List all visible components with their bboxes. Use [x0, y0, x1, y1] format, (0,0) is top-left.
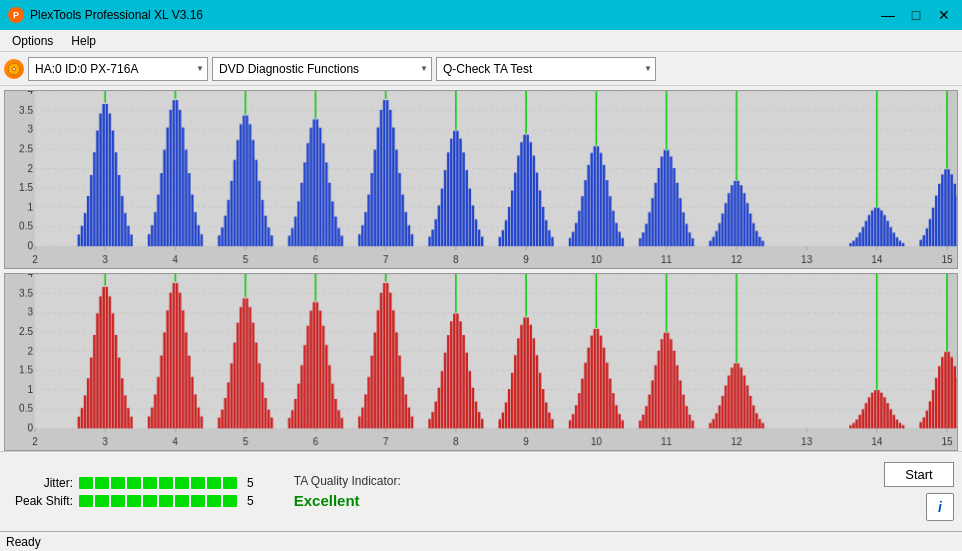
peakshift-value: 5 [247, 494, 254, 508]
maximize-button[interactable]: □ [906, 5, 926, 25]
top-chart [4, 90, 958, 269]
peak-seg-10 [223, 495, 237, 507]
peak-seg-1 [79, 495, 93, 507]
bottom-bar: Jitter: 5 Peak Shift: [0, 451, 962, 531]
jitter-seg-5 [143, 477, 157, 489]
jitter-seg-4 [127, 477, 141, 489]
status-bar: Ready [0, 531, 962, 551]
jitter-seg-9 [207, 477, 221, 489]
top-chart-canvas [5, 91, 957, 268]
title-bar: P PlexTools Professional XL V3.16 — □ ✕ [0, 0, 962, 30]
title-bar-controls: — □ ✕ [878, 5, 954, 25]
function-select-wrapper[interactable]: DVD Diagnostic Functions [212, 57, 432, 81]
peak-seg-4 [127, 495, 141, 507]
jitter-seg-10 [223, 477, 237, 489]
menu-bar: Options Help [0, 30, 962, 52]
bottom-chart-canvas [5, 274, 957, 451]
jitter-seg-2 [95, 477, 109, 489]
peakshift-label: Peak Shift: [8, 494, 73, 508]
peak-seg-6 [159, 495, 173, 507]
peakshift-meter [79, 495, 237, 507]
drive-select[interactable]: HA:0 ID:0 PX-716A [28, 57, 208, 81]
peak-seg-3 [111, 495, 125, 507]
drive-icon [4, 59, 24, 79]
jitter-seg-3 [111, 477, 125, 489]
function-select[interactable]: DVD Diagnostic Functions [212, 57, 432, 81]
test-select[interactable]: Q-Check TA Test [436, 57, 656, 81]
jitter-label: Jitter: [8, 476, 73, 490]
toolbar: HA:0 ID:0 PX-716A DVD Diagnostic Functio… [0, 52, 962, 86]
quality-indicator-value: Excellent [294, 492, 401, 509]
status-text: Ready [6, 535, 41, 549]
jitter-seg-7 [175, 477, 189, 489]
peak-seg-9 [207, 495, 221, 507]
jitter-meter [79, 477, 237, 489]
close-button[interactable]: ✕ [934, 5, 954, 25]
peak-seg-7 [175, 495, 189, 507]
peak-seg-5 [143, 495, 157, 507]
jitter-seg-1 [79, 477, 93, 489]
jitter-seg-8 [191, 477, 205, 489]
app-icon: P [8, 7, 24, 23]
jitter-value: 5 [247, 476, 254, 490]
svg-point-2 [13, 68, 15, 70]
quality-indicator-label: TA Quality Indicator: [294, 474, 401, 488]
peak-seg-8 [191, 495, 205, 507]
metrics-left: Jitter: 5 Peak Shift: [8, 476, 254, 508]
peak-seg-2 [95, 495, 109, 507]
jitter-seg-6 [159, 477, 173, 489]
bottom-chart [4, 273, 958, 452]
disc-svg [7, 62, 21, 76]
info-button[interactable]: i [926, 493, 954, 521]
quality-indicator: TA Quality Indicator: Excellent [294, 474, 401, 509]
main-content: Jitter: 5 Peak Shift: [0, 86, 962, 531]
drive-select-wrapper[interactable]: HA:0 ID:0 PX-716A [28, 57, 208, 81]
charts-area [0, 86, 962, 451]
menu-options[interactable]: Options [4, 32, 61, 50]
start-button[interactable]: Start [884, 462, 954, 487]
test-select-wrapper[interactable]: Q-Check TA Test [436, 57, 656, 81]
jitter-row: Jitter: 5 [8, 476, 254, 490]
minimize-button[interactable]: — [878, 5, 898, 25]
app-title: PlexTools Professional XL V3.16 [30, 8, 203, 22]
peakshift-row: Peak Shift: 5 [8, 494, 254, 508]
start-button-area: Start i [884, 462, 954, 521]
title-bar-left: P PlexTools Professional XL V3.16 [8, 7, 203, 23]
menu-help[interactable]: Help [63, 32, 104, 50]
